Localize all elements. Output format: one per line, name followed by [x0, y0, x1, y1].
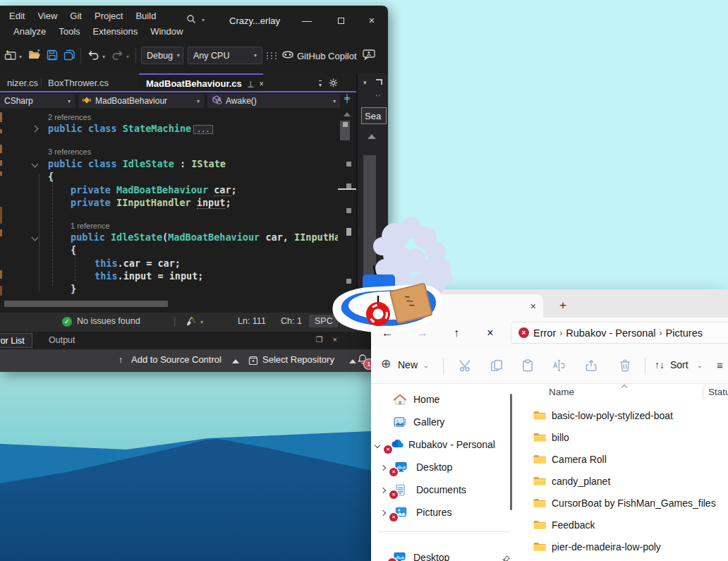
- chevron-down-icon[interactable]: ▾: [19, 54, 22, 60]
- address-bar[interactable]: × Error›Rubakov - Personal›Pictures: [511, 322, 728, 344]
- minimize-button[interactable]: —: [298, 13, 316, 28]
- search-panel-tab[interactable]: Sea: [361, 107, 387, 124]
- vs-tab-madboatbehaviour-cs[interactable]: MadBoatBehaviour.cs⊣×: [139, 73, 263, 92]
- toggle-outlining-icon[interactable]: ▾: [319, 80, 322, 88]
- vs-tab-nizer-cs[interactable]: nizer.cs: [0, 73, 41, 92]
- close-button[interactable]: ×: [363, 13, 381, 28]
- member-dropdown[interactable]: Awake()▾: [207, 94, 340, 108]
- sidebar-item-desktop[interactable]: ×Desktop: [372, 548, 511, 561]
- rename-icon[interactable]: [552, 358, 566, 375]
- chevron-right-icon[interactable]: [380, 465, 386, 471]
- code-editor[interactable]: 2 referencespublic class StateMachine...…: [0, 109, 356, 313]
- debug-target-dropdown[interactable]: Debug▾: [141, 47, 183, 64]
- new-plus-icon[interactable]: ⊕: [381, 356, 391, 371]
- column-indicator[interactable]: Ch: 1: [281, 316, 302, 326]
- delete-icon[interactable]: [618, 358, 632, 375]
- sort-button-label[interactable]: Sort: [670, 359, 688, 370]
- tab-close-icon[interactable]: ×: [530, 301, 536, 312]
- fold-collapse-icon[interactable]: [32, 234, 39, 241]
- menu-item-git[interactable]: Git: [63, 8, 88, 23]
- platform-dropdown[interactable]: Any CPU▾: [188, 47, 262, 64]
- file-row-billo[interactable]: billo: [526, 427, 728, 449]
- fold-expand-icon[interactable]: [32, 126, 39, 133]
- github-copilot-label[interactable]: GitHub Copilot: [297, 51, 357, 61]
- menu-item-view[interactable]: View: [31, 8, 63, 23]
- menu-item-tools[interactable]: Tools: [52, 24, 86, 39]
- breadcrumb-item[interactable]: Rubakov - Personal: [566, 327, 655, 339]
- menu-item-analyze[interactable]: Analyze: [7, 24, 52, 39]
- sort-ascending-icon[interactable]: [621, 385, 627, 390]
- editor-horizontal-scrollbar[interactable]: [4, 301, 168, 307]
- new-project-icon[interactable]: [4, 49, 17, 63]
- copy-icon[interactable]: [490, 358, 504, 375]
- chevron-down-icon[interactable]: ⌄: [423, 362, 429, 369]
- share-icon[interactable]: [584, 358, 598, 375]
- column-separator[interactable]: [703, 387, 703, 399]
- file-row-camera-roll[interactable]: Camera Roll: [526, 449, 728, 471]
- save-icon[interactable]: [47, 49, 58, 63]
- sidebar-item-desktop[interactable]: ×Desktop: [372, 457, 511, 478]
- chevron-down-icon[interactable]: ▾: [200, 319, 203, 325]
- gear-icon[interactable]: [329, 78, 338, 90]
- sidebar-item-pictures[interactable]: ×Pictures: [372, 502, 511, 524]
- view-icon[interactable]: ≡: [717, 359, 723, 371]
- sort-arrows-icon[interactable]: ↑↓: [655, 359, 665, 370]
- column-header-name[interactable]: Name: [549, 387, 574, 397]
- sidebar-scrollbar[interactable]: [510, 394, 512, 510]
- breadcrumb-item[interactable]: Pictures: [666, 327, 703, 339]
- chevron-down-icon[interactable]: ▾: [126, 54, 129, 60]
- fold-collapse-icon[interactable]: [32, 161, 39, 168]
- panel-layout-icon[interactable]: [376, 79, 382, 85]
- new-tab-button[interactable]: +: [553, 296, 573, 315]
- chevron-up-icon[interactable]: [349, 359, 356, 363]
- sidebar-item-home[interactable]: Home: [372, 390, 511, 411]
- menu-item-extensions[interactable]: Extensions: [87, 24, 145, 39]
- chevron-right-icon[interactable]: [380, 510, 386, 516]
- chevron-down-icon[interactable]: ▾: [363, 79, 367, 86]
- split-window-icon[interactable]: ╪: [344, 94, 350, 102]
- sidebar-item-gallery[interactable]: Gallery: [372, 412, 511, 433]
- file-row-basic-low-poly-stylized-boat[interactable]: basic-low-poly-stylized-boat: [526, 405, 728, 427]
- menu-item-window[interactable]: Window: [144, 24, 189, 39]
- panel-tab-output[interactable]: Output: [42, 333, 82, 348]
- chevron-up-icon[interactable]: [232, 359, 239, 363]
- panel-close-icon[interactable]: ×: [333, 335, 337, 344]
- paste-icon[interactable]: [521, 358, 535, 375]
- stop-refresh-icon[interactable]: ×: [481, 325, 499, 342]
- pin-tab-icon[interactable]: ⊣: [245, 80, 255, 87]
- add-to-source-control-button[interactable]: Add to Source Control: [131, 354, 222, 365]
- github-copilot-icon[interactable]: [281, 49, 295, 62]
- project-dropdown[interactable]: CSharp▾: [0, 94, 75, 108]
- undo-icon[interactable]: [87, 49, 99, 62]
- type-dropdown[interactable]: MadBoatBehaviour▾: [78, 94, 204, 108]
- panel-tab-error-list[interactable]: Error List: [0, 333, 32, 348]
- new-button-label[interactable]: New: [398, 359, 418, 370]
- panel-restore-icon[interactable]: ❐: [316, 335, 323, 344]
- scroll-up-icon[interactable]: [344, 112, 351, 116]
- vs-tab-boxthrower-cs[interactable]: BoxThrower.cs: [41, 73, 116, 92]
- menu-item-edit[interactable]: Edit: [3, 8, 31, 23]
- sidebar-item-documents[interactable]: ×Documents: [372, 480, 511, 501]
- line-indicator[interactable]: Ln: 111: [238, 316, 266, 326]
- chevron-down-icon[interactable]: ▾: [102, 54, 105, 60]
- save-all-icon[interactable]: [63, 49, 76, 63]
- select-repository-button[interactable]: Select Repository: [262, 354, 334, 365]
- chevron-down-icon[interactable]: [375, 442, 380, 448]
- menu-item-build[interactable]: Build: [129, 8, 162, 23]
- chevron-down-icon[interactable]: ⌄: [697, 362, 703, 369]
- file-row-cursorboat-by-fishman_games_files[interactable]: CursorBoat by FishMan_Games_files: [526, 493, 728, 514]
- breadcrumb-item[interactable]: Error: [533, 327, 556, 339]
- file-row-pier-de-madeira-low-poly[interactable]: pier-de-madeira-low-poly: [526, 536, 728, 558]
- cut-icon[interactable]: [459, 358, 473, 375]
- open-folder-icon[interactable]: [28, 49, 41, 63]
- redo-icon[interactable]: [111, 49, 123, 62]
- menu-item-project[interactable]: Project: [88, 8, 129, 23]
- maximize-button[interactable]: [332, 13, 350, 28]
- file-row-candy_planet[interactable]: candy_planet: [526, 471, 728, 493]
- code-cleanup-icon[interactable]: [185, 316, 195, 329]
- file-row-feedback[interactable]: Feedback: [526, 514, 728, 536]
- column-guides-icon[interactable]: [267, 52, 278, 59]
- close-tab-icon[interactable]: ×: [259, 79, 263, 89]
- vs-search-control[interactable]: ▾: [186, 14, 205, 26]
- scroll-up-icon[interactable]: [368, 134, 376, 139]
